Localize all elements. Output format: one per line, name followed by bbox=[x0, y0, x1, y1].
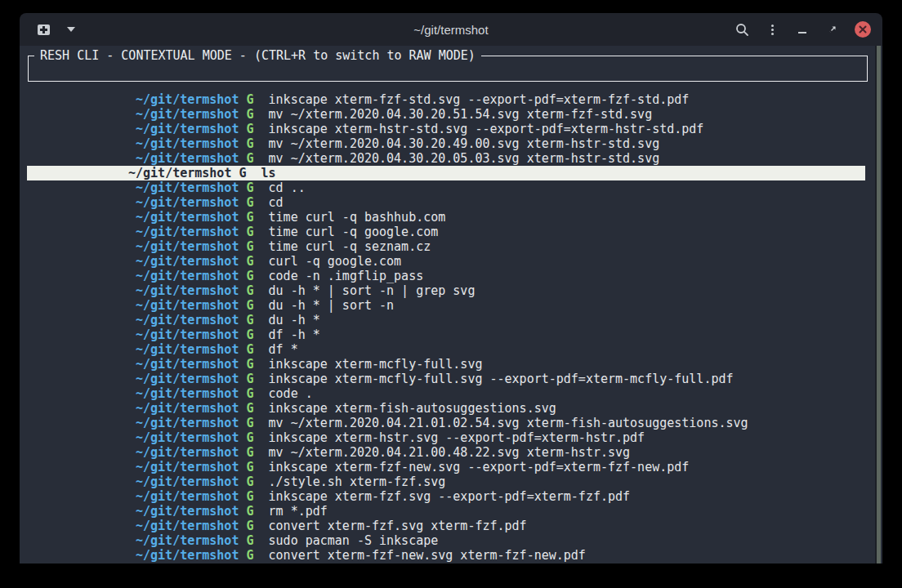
history-row[interactable]: ~/git/termshot G du -h * | sort -n bbox=[27, 298, 865, 313]
command-text: inkscape xterm-hstr-std.svg --export-pdf… bbox=[269, 122, 704, 136]
history-row[interactable]: ~/git/termshot G ./style.sh xterm-fzf.sv… bbox=[27, 474, 865, 489]
git-indicator: G bbox=[246, 92, 253, 107]
command-text: rm *.pdf bbox=[269, 504, 328, 519]
history-path: ~/git/termshot bbox=[136, 283, 239, 298]
close-icon bbox=[859, 25, 867, 33]
close-button[interactable] bbox=[855, 21, 871, 38]
git-indicator: G bbox=[246, 151, 253, 166]
git-indicator: G bbox=[246, 136, 253, 151]
new-tab-button[interactable] bbox=[33, 19, 54, 40]
history-path: ~/git/termshot bbox=[136, 386, 239, 401]
history-row[interactable]: ~/git/termshot G df -h * bbox=[27, 327, 865, 342]
terminal-content[interactable]: RESH CLI - CONTEXTUAL MODE - (CTRL+R to … bbox=[20, 46, 882, 564]
history-row[interactable]: ~/git/termshot G df * bbox=[27, 342, 865, 357]
minimize-button[interactable] bbox=[794, 21, 810, 38]
command-text: inkscape xterm-mcfly-full.svg bbox=[269, 357, 483, 372]
search-icon bbox=[735, 23, 749, 37]
history-row[interactable]: ~/git/termshot G mv ~/xterm.2020.04.21.0… bbox=[27, 416, 865, 430]
git-indicator: G bbox=[246, 474, 253, 489]
git-indicator: G bbox=[246, 122, 253, 136]
scrollbar[interactable] bbox=[875, 46, 881, 564]
command-text: time curl -q bashhub.com bbox=[269, 210, 446, 225]
new-tab-dropdown-button[interactable] bbox=[64, 19, 78, 40]
git-indicator: G bbox=[246, 210, 253, 225]
history-row[interactable]: ~/git/termshot G inkscape xterm-fzf-new.… bbox=[27, 460, 865, 474]
resh-header-box: RESH CLI - CONTEXTUAL MODE - (CTRL+R to … bbox=[28, 56, 868, 82]
history-path: ~/git/termshot bbox=[136, 445, 239, 460]
history-path: ~/git/termshot bbox=[136, 92, 239, 107]
command-text: du -h * | sort -n | grep svg bbox=[269, 283, 476, 298]
history-row[interactable]: ~/git/termshot G time curl -q bashhub.co… bbox=[27, 210, 865, 225]
command-text: mv ~/xterm.2020.04.21.00.48.22.svg xterm… bbox=[269, 445, 631, 460]
scrollbar-track bbox=[873, 46, 882, 564]
history-row[interactable]: ~/git/termshot G sudo pacman -S inkscape bbox=[27, 533, 865, 548]
history-row[interactable]: ~/git/termshot G cd bbox=[27, 195, 865, 210]
command-text: du -h * | sort -n bbox=[269, 298, 395, 313]
git-indicator: G bbox=[246, 445, 253, 460]
menu-button[interactable] bbox=[764, 21, 780, 38]
history-row[interactable]: ~/git/termshot G mv ~/xterm.2020.04.30.2… bbox=[27, 151, 865, 166]
git-indicator: G bbox=[246, 107, 253, 122]
history-path: ~/git/termshot bbox=[136, 519, 239, 533]
command-text: cd bbox=[269, 195, 284, 210]
history-path: ~/git/termshot bbox=[136, 533, 239, 548]
restore-button[interactable] bbox=[824, 21, 841, 38]
history-row[interactable]: ~/git/termshot G mv ~/xterm.2020.04.30.2… bbox=[27, 136, 865, 151]
history-path: ~/git/termshot bbox=[136, 210, 239, 225]
history-row[interactable]: ~/git/termshot G inkscape xterm-fish-aut… bbox=[27, 401, 865, 416]
resh-search-input[interactable] bbox=[32, 60, 864, 79]
search-button[interactable] bbox=[734, 21, 750, 38]
history-row[interactable]: ~/git/termshot G mv ~/xterm.2020.04.30.2… bbox=[27, 107, 865, 122]
history-path: ~/git/termshot bbox=[136, 254, 239, 269]
history-row[interactable]: ~/git/termshot G cd .. bbox=[27, 180, 865, 195]
history-path: ~/git/termshot bbox=[136, 504, 239, 519]
history-path: ~/git/termshot bbox=[136, 269, 239, 283]
history-row[interactable]: ~/git/termshot G mv ~/xterm.2020.04.21.0… bbox=[27, 445, 865, 460]
history-list: ~/git/termshot G inkscape xterm-fzf-std.… bbox=[27, 92, 865, 563]
history-row[interactable]: ~/git/termshot G inkscape xterm-fzf-std.… bbox=[27, 92, 865, 107]
history-row[interactable]: ~/git/termshot G ls bbox=[27, 166, 865, 180]
command-text: time curl -q seznam.cz bbox=[269, 239, 431, 254]
history-row[interactable]: ~/git/termshot G code . bbox=[27, 386, 865, 401]
terminal-window: ~/git/termshot bbox=[20, 13, 882, 564]
git-indicator: G bbox=[246, 225, 253, 239]
history-path: ~/git/termshot bbox=[136, 327, 239, 342]
command-text: ./style.sh xterm-fzf.svg bbox=[269, 474, 446, 489]
history-path: ~/git/termshot bbox=[136, 239, 239, 254]
git-indicator: G bbox=[246, 254, 253, 269]
command-text: mv ~/xterm.2020.04.30.20.49.00.svg xterm… bbox=[269, 136, 660, 151]
history-path: ~/git/termshot bbox=[136, 401, 239, 416]
command-text: sudo pacman -S inkscape bbox=[269, 533, 439, 548]
command-text: code . bbox=[269, 386, 313, 401]
git-indicator: G bbox=[246, 489, 253, 504]
history-row[interactable]: ~/git/termshot G rm *.pdf bbox=[27, 504, 865, 519]
history-row[interactable]: ~/git/termshot G curl -q google.com bbox=[27, 254, 865, 269]
history-row[interactable]: ~/git/termshot G du -h * bbox=[27, 313, 865, 327]
git-indicator: G bbox=[246, 519, 253, 533]
git-indicator: G bbox=[246, 533, 253, 548]
history-path: ~/git/termshot bbox=[136, 474, 239, 489]
history-path: ~/git/termshot bbox=[136, 357, 239, 372]
history-path: ~/git/termshot bbox=[136, 195, 239, 210]
git-indicator: G bbox=[246, 416, 253, 430]
command-text: inkscape xterm-fish-autosuggestions.svg bbox=[269, 401, 556, 416]
git-indicator: G bbox=[246, 269, 253, 283]
history-row[interactable]: ~/git/termshot G convert xterm-fzf-new.s… bbox=[27, 548, 865, 563]
command-text: mv ~/xterm.2020.04.21.01.02.54.svg xterm… bbox=[269, 416, 748, 430]
history-row[interactable]: ~/git/termshot G inkscape xterm-hstr.svg… bbox=[27, 430, 865, 445]
history-row[interactable]: ~/git/termshot G du -h * | sort -n | gre… bbox=[27, 283, 865, 298]
history-row[interactable]: ~/git/termshot G inkscape xterm-hstr-std… bbox=[27, 122, 865, 136]
history-row[interactable]: ~/git/termshot G time curl -q google.com bbox=[27, 225, 865, 239]
history-row[interactable]: ~/git/termshot G inkscape xterm-fzf.svg … bbox=[27, 489, 865, 504]
history-row[interactable]: ~/git/termshot G convert xterm-fzf.svg x… bbox=[27, 519, 865, 533]
git-indicator: G bbox=[246, 372, 253, 386]
command-text: inkscape xterm-hstr.svg --export-pdf=xte… bbox=[269, 430, 645, 445]
history-row[interactable]: ~/git/termshot G inkscape xterm-mcfly-fu… bbox=[27, 372, 865, 386]
history-row[interactable]: ~/git/termshot G inkscape xterm-mcfly-fu… bbox=[27, 357, 865, 372]
history-row[interactable]: ~/git/termshot G code -n .imgflip_pass bbox=[27, 269, 865, 283]
history-path: ~/git/termshot bbox=[136, 416, 239, 430]
git-indicator: G bbox=[246, 430, 253, 445]
git-indicator: G bbox=[246, 313, 253, 327]
command-text: df -h * bbox=[269, 327, 320, 342]
history-row[interactable]: ~/git/termshot G time curl -q seznam.cz bbox=[27, 239, 865, 254]
